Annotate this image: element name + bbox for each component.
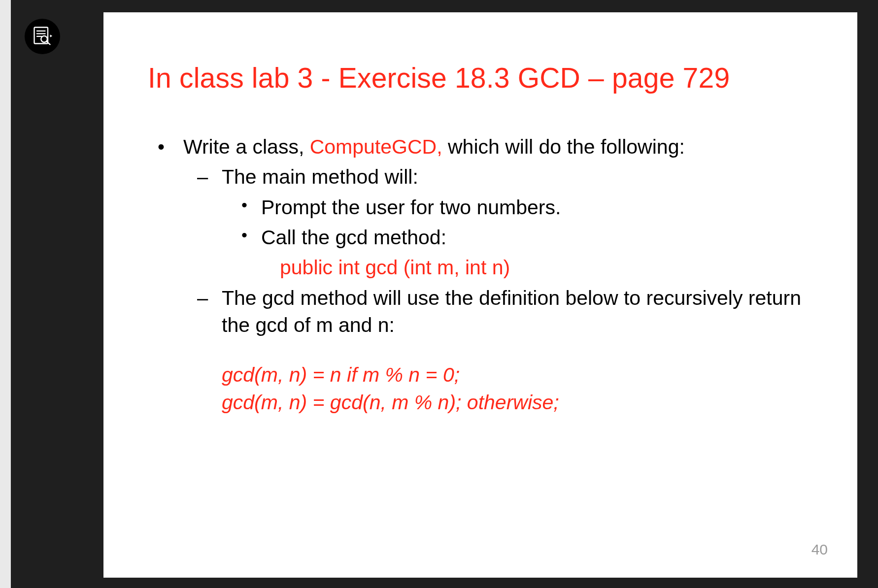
bullet-text-post: which will do the following:	[442, 135, 685, 158]
scroll-gutter[interactable]	[0, 0, 11, 588]
preview-search-button[interactable]	[25, 19, 60, 54]
bullet-main-method: The main method will:	[148, 163, 818, 191]
slide-title: In class lab 3 - Exercise 18.3 GCD – pag…	[148, 62, 818, 94]
preview-search-icon	[32, 25, 53, 48]
gcd-recursive-definition: gcd(m, n) = n if m % n = 0; gcd(m, n) = …	[148, 361, 818, 416]
slide: In class lab 3 - Exercise 18.3 GCD – pag…	[103, 12, 857, 578]
definition-line-2: gcd(m, n) = gcd(n, m % n); otherwise;	[222, 389, 818, 416]
bullet-write-class: Write a class, ComputeGCD, which will do…	[148, 133, 818, 161]
page-number: 40	[811, 541, 828, 558]
slide-body: Write a class, ComputeGCD, which will do…	[148, 133, 818, 416]
presentation-viewport: In class lab 3 - Exercise 18.3 GCD – pag…	[0, 0, 878, 588]
definition-line-1: gcd(m, n) = n if m % n = 0;	[222, 361, 818, 389]
bullet-call-gcd: Call the gcd method:	[148, 224, 818, 251]
bullet-prompt-user: Prompt the user for two numbers.	[148, 194, 818, 221]
bullet-text-pre: Write a class,	[183, 135, 310, 158]
method-signature: public int gcd (int m, int n)	[148, 254, 818, 281]
class-name: ComputeGCD,	[310, 135, 442, 158]
bullet-gcd-definition: The gcd method will use the definition b…	[148, 285, 818, 339]
